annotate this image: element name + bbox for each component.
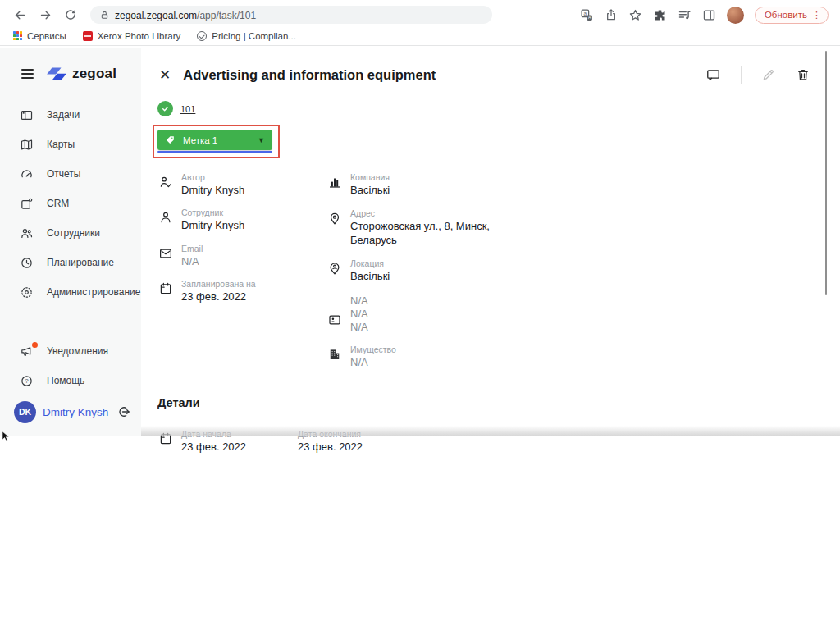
field-label: Автор [181, 172, 244, 182]
start-date: Дата начала 23 фев. 2022 [181, 429, 290, 454]
edit-button[interactable] [761, 67, 776, 82]
tag-label: Метка 1 [183, 135, 217, 145]
field-label: Дата начала [181, 429, 290, 439]
sidebar-item-planning[interactable]: Планирование [0, 248, 141, 277]
field-label: Email [181, 244, 203, 253]
browser-chrome: zegoal.zegoal.com/app/task/101 aA [0, 0, 840, 46]
bookmarks-bar: Сервисы Xerox Photo Library Pricing | Co… [0, 26, 840, 46]
zegoal-logo-icon [46, 66, 67, 82]
side-panel-icon [702, 8, 716, 22]
extensions-button[interactable] [653, 8, 667, 22]
field-employee: Сотрудник Dmitry Knysh [158, 208, 326, 232]
bookmark-star-button[interactable] [628, 8, 642, 22]
sidebar-item-label: Уведомления [47, 345, 108, 357]
task-header: ✕ Advertising and information equipment [158, 66, 824, 84]
annotation-highlight-box: Метка 1 ▼ [153, 125, 280, 158]
task-id-link[interactable]: 101 [180, 104, 195, 114]
sidebar-item-label: Сотрудники [47, 227, 100, 239]
divider [741, 66, 742, 84]
bookmark-xerox[interactable]: Xerox Photo Library [83, 31, 181, 41]
comment-button[interactable] [705, 67, 721, 83]
user-name: Dmitry Knysh [43, 406, 108, 418]
back-button[interactable] [11, 7, 29, 24]
field-value: 23 фев. 2022 [298, 441, 407, 454]
sidebar-item-administration[interactable]: Администрирование [0, 277, 141, 307]
refresh-button[interactable] [62, 7, 79, 23]
contact-card-icon [326, 294, 343, 333]
field-scheduled: Запланирована на 23 фев. 2022 [158, 279, 326, 304]
sidebar-item-label: Карты [47, 139, 75, 150]
close-button[interactable]: ✕ [158, 66, 172, 84]
scrollbar-thumb[interactable] [825, 51, 827, 295]
sidebar-item-tasks[interactable]: Задачи [0, 100, 141, 130]
person-pin-icon [326, 258, 343, 283]
field-value: 23 фев. 2022 [181, 441, 290, 454]
url-domain: zegoal.zegoal.com [115, 10, 197, 21]
comment-icon [705, 67, 721, 83]
bookmark-services[interactable]: Сервисы [13, 31, 66, 41]
tag-icon [165, 135, 176, 145]
tag-focus-underline [158, 151, 272, 153]
clock-icon [19, 256, 34, 270]
delete-button[interactable] [796, 67, 810, 82]
trash-icon [796, 67, 810, 82]
field-value: Васількі [350, 270, 390, 283]
app-logo: zegoal [46, 66, 116, 82]
sidebar: zegoal Задачи Карты [0, 48, 141, 436]
translate-button[interactable]: aA [580, 8, 594, 22]
field-value: Dmitry Knysh [181, 184, 244, 197]
app-window: zegoal Задачи Карты [0, 48, 840, 436]
field-label: Имущество [350, 345, 396, 354]
sidebar-nav: Задачи Карты Отчеты [0, 100, 141, 307]
sidebar-header: zegoal [0, 61, 141, 87]
field-label: Запланирована на [181, 279, 256, 289]
logout-button[interactable] [116, 404, 131, 419]
close-icon: ✕ [159, 67, 171, 83]
field-company: Компания Васількі [326, 172, 824, 197]
sidebar-item-crm[interactable]: CRM [0, 189, 141, 218]
address-bar-row: zegoal.zegoal.com/app/task/101 aA [0, 0, 840, 26]
sidebar-item-notifications[interactable]: Уведомления [0, 336, 141, 366]
url-text: zegoal.zegoal.com/app/task/101 [115, 7, 256, 22]
chrome-update-label: Обновить [765, 10, 807, 20]
url-path: /app/task/101 [197, 10, 256, 21]
map-icon [19, 138, 34, 152]
calendar-icon [158, 429, 174, 454]
person-icon [158, 208, 174, 232]
share-button[interactable] [605, 8, 618, 21]
sidebar-item-help[interactable]: ? Помощь [0, 366, 141, 395]
pencil-icon [761, 67, 776, 82]
reading-list-button[interactable] [678, 8, 692, 22]
sidebar-item-label: Администрирование [47, 286, 140, 298]
fields-column-right: Компания Васількі Адрес Сторожовская ул.… [326, 172, 824, 381]
svg-text:a: a [584, 10, 587, 16]
mouse-cursor [2, 431, 10, 441]
chrome-actions: aA Обновить [580, 7, 829, 24]
sidebar-item-employees[interactable]: Сотрудники [0, 218, 141, 248]
author-person-check-icon [158, 172, 174, 197]
field-author: Автор Dmitry Knysh [158, 172, 326, 197]
bookmark-pricing[interactable]: Pricing | Complian... [197, 31, 296, 41]
chrome-update-button[interactable]: Обновить ⋮ [755, 7, 829, 24]
side-panel-button[interactable] [702, 8, 716, 22]
field-value: N/A [181, 255, 203, 268]
field-value: Сторожовская ул., 8, Минск, Беларусь [350, 220, 529, 247]
notification-dot [32, 342, 38, 348]
forward-button[interactable] [37, 7, 54, 24]
apps-grid-icon [13, 31, 22, 40]
sidebar-item-maps[interactable]: Карты [0, 130, 141, 159]
sidebar-item-reports[interactable]: Отчеты [0, 159, 141, 189]
task-status-row: 101 [158, 101, 824, 116]
field-contact: N/A N/A N/A [326, 294, 824, 333]
sidebar-profile[interactable]: DK Dmitry Knysh [0, 395, 141, 428]
field-address: Адрес Сторожовская ул., 8, Минск, Белару… [326, 208, 824, 247]
arrow-right-icon [39, 8, 52, 22]
sidebar-bottom: Уведомления ? Помощь DK Dmitry Knysh [0, 336, 141, 428]
bookmark-label: Pricing | Complian... [212, 31, 296, 41]
menu-toggle-button[interactable] [20, 67, 35, 80]
logout-icon [116, 404, 131, 419]
browser-profile-avatar[interactable] [727, 7, 744, 24]
map-pin-icon [326, 208, 343, 247]
tag-dropdown-button[interactable]: Метка 1 ▼ [158, 130, 272, 150]
address-bar[interactable]: zegoal.zegoal.com/app/task/101 [90, 6, 492, 24]
